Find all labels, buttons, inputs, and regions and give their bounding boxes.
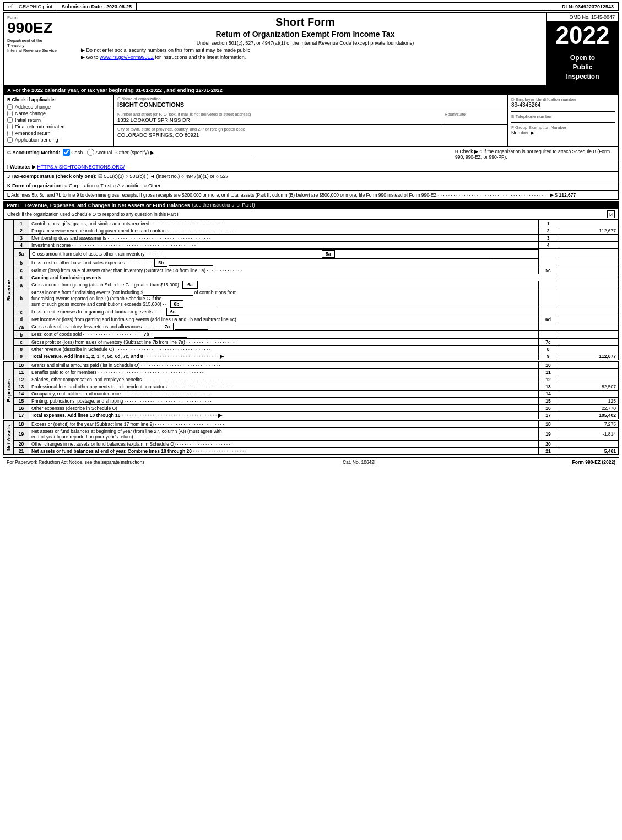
k-label: K Form of organization: — [7, 183, 63, 188]
row-num-11: 11 — [14, 369, 29, 376]
row-num-6a: a — [14, 281, 29, 289]
part1-label: Part I — [7, 202, 20, 208]
checkbox-application-pending[interactable]: Application pending — [7, 137, 110, 143]
table-row: c Gain or (loss) from sale of assets oth… — [4, 267, 619, 274]
line-num-21: 21 — [539, 448, 558, 455]
website-url[interactable]: HTTPS://ISIGHTCONNECTIONS.ORG/ — [37, 164, 125, 170]
line-num-4: 4 — [539, 242, 558, 249]
row-num-14: 14 — [14, 391, 29, 398]
checkbox-name-change[interactable]: Name change — [7, 111, 110, 116]
row-num-7a: 7a — [14, 323, 29, 331]
row-num-12: 12 — [14, 376, 29, 383]
tax-501c3[interactable]: ☑ 501(c)(3) — [98, 174, 124, 179]
row-num-6d: d — [14, 316, 29, 323]
tax-501c[interactable]: ○ 501(c)( ) ◄ (insert no.) — [125, 174, 180, 179]
row-num-15: 15 — [14, 398, 29, 405]
net-assets-side-label: Net Assets — [4, 421, 14, 455]
amended-return-checkbox[interactable] — [7, 131, 13, 136]
row-num-5c: c — [14, 267, 29, 274]
application-pending-checkbox[interactable] — [7, 137, 13, 143]
table-row: 6 Gaming and fundraising events — [4, 274, 619, 281]
row-label-10: Grants and similar amounts paid (list in… — [29, 362, 539, 369]
website-row: I Website: ▶ HTTPS://ISIGHTCONNECTIONS.O… — [3, 162, 619, 172]
line-num-5b — [539, 259, 558, 267]
table-row-total: 17 Total expenses. Add lines 10 through … — [4, 412, 619, 419]
accrual-option[interactable]: Accrual — [87, 149, 112, 156]
row-label-5b: Less: cost or other basis and sales expe… — [29, 259, 539, 267]
row-label-6: Gaming and fundraising events — [29, 274, 619, 281]
cat-no: Cat. No. 10642I — [343, 459, 376, 465]
cash-checkbox[interactable] — [63, 149, 70, 156]
table-row: 13 Professional fees and other payments … — [4, 383, 619, 391]
name-change-checkbox[interactable] — [7, 111, 13, 116]
line-num-8: 8 — [539, 346, 558, 353]
h-check-text: H Check ▶ ○ if the organization is not r… — [455, 149, 615, 160]
tax-4947[interactable]: ○ 4947(a)(1) or — [181, 174, 214, 179]
line-num-3: 3 — [539, 235, 558, 242]
row-num-8: 8 — [14, 346, 29, 353]
line-num-6b — [539, 289, 558, 308]
row-label-6b: Gross income from fundraising events (no… — [29, 289, 539, 308]
row-label-5a: Gross amount from sale of assets other t… — [29, 249, 538, 259]
checkbox-amended-return[interactable]: Amended return — [7, 131, 110, 136]
row-num-13: 13 — [14, 383, 29, 391]
org-other[interactable]: ○ Other — [144, 183, 160, 188]
org-trust[interactable]: ○ Trust — [96, 183, 112, 188]
revenue-side-label: Revenue — [4, 220, 14, 360]
part1-see-instructions: (see the instructions for Part I) — [192, 202, 255, 208]
b-label: B Check if applicable: — [7, 97, 110, 102]
table-row: Revenue 1 Contributions, gifts, grants, … — [4, 220, 619, 227]
line-num-2: 2 — [539, 227, 558, 235]
line-num-16: 16 — [539, 405, 558, 412]
amount-2: 112,677 — [558, 227, 619, 235]
irs-url[interactable]: www.irs.gov/Form990EZ — [100, 55, 154, 60]
row-label-20: Other changes in net assets or fund bala… — [29, 441, 539, 448]
part1-header: Part I Revenue, Expenses, and Changes in… — [3, 201, 619, 209]
open-to-public-badge: Open toPublicInspection — [547, 49, 618, 85]
paperwork-text: For Paperwork Reduction Act Notice, see … — [7, 459, 146, 465]
table-row: 3 Membership dues and assessments · · · … — [4, 235, 619, 242]
form-number: 990EZ — [7, 20, 61, 36]
amount-1 — [558, 220, 619, 227]
accrual-radio[interactable] — [87, 149, 94, 156]
schedule-o-checkbox[interactable]: ☑ — [607, 210, 615, 218]
amount-9: 112,677 — [558, 353, 619, 360]
org-association[interactable]: ○ Association — [113, 183, 142, 188]
initial-return-checkbox[interactable] — [7, 117, 13, 123]
footer-bar: For Paperwork Reduction Act Notice, see … — [3, 457, 619, 467]
address-change-checkbox[interactable] — [7, 104, 13, 110]
checkbox-initial-return[interactable]: Initial return — [7, 117, 110, 123]
form-label-footer: Form 990-EZ (2022) — [572, 459, 615, 465]
row-num-1: 1 — [14, 220, 29, 227]
expenses-side-label: Expenses — [4, 362, 14, 419]
row-label-16: Other expenses (describe in Schedule O) — [29, 405, 539, 412]
table-row: c Gross profit or (loss) from sales of i… — [4, 339, 619, 346]
table-row: d Net income or (loss) from gaming and f… — [4, 316, 619, 323]
submission-date: Submission Date - 2023-08-25 — [57, 3, 137, 10]
amount-3 — [558, 235, 619, 242]
amount-17: 105,402 — [558, 412, 619, 419]
line-num-7c: 7c — [539, 339, 558, 346]
checkbox-address-change[interactable]: Address change — [7, 104, 110, 110]
table-row: 19 Net assets or fund balances at beginn… — [4, 428, 619, 441]
cash-option[interactable]: Cash — [63, 149, 83, 156]
row-label-8: Other revenue (describe in Schedule O) ·… — [29, 346, 539, 353]
row-label-7a: Gross sales of inventory, less returns a… — [29, 323, 539, 331]
table-row: 14 Occupancy, rent, utilities, and maint… — [4, 391, 619, 398]
room-label: Room/suite — [445, 112, 504, 117]
table-row-total: 9 Total revenue. Add lines 1, 2, 3, 4, 5… — [4, 353, 619, 360]
final-return-checkbox[interactable] — [7, 124, 13, 129]
amount-7b — [558, 331, 619, 339]
amount-5b — [558, 259, 619, 267]
table-row: 15 Printing, publications, postage, and … — [4, 398, 619, 405]
table-row: 8 Other revenue (describe in Schedule O)… — [4, 346, 619, 353]
row-label-21: Net assets or fund balances at end of ye… — [29, 448, 539, 455]
street-value: 1332 LOOKOUT SPRINGS DR — [117, 117, 437, 123]
org-corporation[interactable]: ○ Corporation — [64, 183, 95, 188]
checkbox-final-return[interactable]: Final return/terminated — [7, 124, 110, 129]
tax-527[interactable]: ○ 527 — [216, 174, 229, 179]
line-num-18: 18 — [539, 421, 558, 428]
row-label-9: Total revenue. Add lines 1, 2, 3, 4, 5c,… — [29, 353, 539, 360]
amount-20 — [558, 441, 619, 448]
row-label-5c: Gain or (loss) from sale of assets other… — [29, 267, 539, 274]
